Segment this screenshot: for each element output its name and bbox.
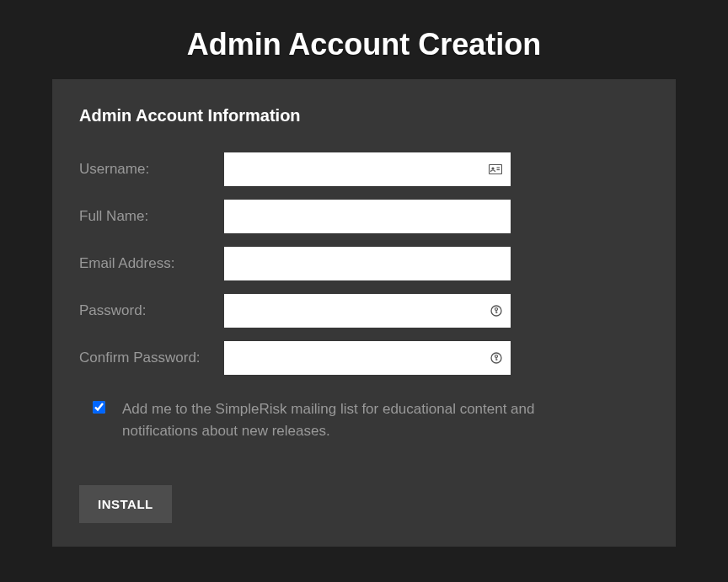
fullname-input[interactable] [224,200,511,233]
confirm-password-input[interactable] [224,341,511,375]
password-input[interactable] [224,294,511,328]
password-label: Password: [79,302,224,319]
id-card-icon [489,164,502,174]
email-row: Email Address: [79,247,649,280]
confirm-password-input-wrapper [224,341,511,375]
email-label: Email Address: [79,255,224,272]
fullname-input-wrapper [224,200,511,233]
fullname-row: Full Name: [79,200,649,233]
password-row: Password: [79,294,649,328]
confirm-password-label: Confirm Password: [79,350,224,366]
username-label: Username: [79,161,224,178]
mailing-list-checkbox[interactable] [93,401,105,414]
mailing-list-row: Add me to the SimpleRisk mailing list fo… [93,398,649,441]
username-input[interactable] [224,152,511,186]
svg-point-5 [495,308,498,311]
fullname-label: Full Name: [79,208,224,225]
key-icon [490,305,502,317]
svg-point-1 [491,167,494,169]
form-card: Admin Account Information Username: Full… [52,79,676,547]
email-input-wrapper [224,247,511,280]
svg-point-9 [495,355,498,358]
email-input[interactable] [224,247,511,280]
username-row: Username: [79,152,649,186]
mailing-list-label: Add me to the SimpleRisk mailing list fo… [122,398,594,441]
section-title: Admin Account Information [79,106,649,125]
page-title: Admin Account Creation [0,0,728,79]
username-input-wrapper [224,152,511,186]
confirm-password-row: Confirm Password: [79,341,649,375]
key-icon [490,352,502,364]
install-button[interactable]: INSTALL [79,485,172,523]
svg-rect-0 [490,165,502,174]
password-input-wrapper [224,294,511,328]
